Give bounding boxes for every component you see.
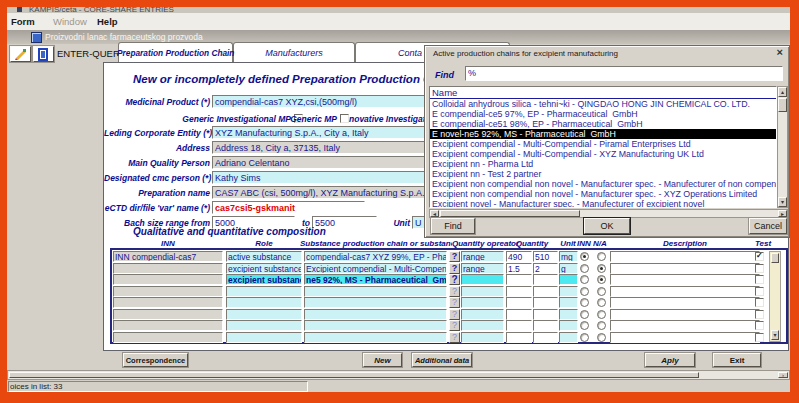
quantity-from-field[interactable] (506, 309, 532, 320)
quantity-from-field[interactable] (506, 286, 532, 297)
test-checkbox[interactable] (755, 275, 764, 284)
description-field[interactable] (610, 320, 760, 331)
na-radio[interactable] (597, 333, 606, 342)
quantity-from-field[interactable]: 490 (506, 251, 532, 262)
test-checkbox[interactable] (755, 252, 764, 261)
window-hscrollbar[interactable]: › (7, 370, 790, 380)
lov-button[interactable]: ? (449, 274, 460, 285)
inn-field[interactable] (113, 332, 223, 343)
substance-field[interactable]: Excipient compendial - Multi-Compendia (304, 263, 447, 274)
inn-field[interactable] (113, 309, 223, 320)
list-item[interactable]: Excipient nn - Test 2 partner (430, 169, 776, 179)
inn-radio[interactable] (580, 310, 589, 319)
unit-field[interactable]: g (559, 263, 578, 274)
list-item[interactable]: E compendial-ce51 98%, EP - Pharmaceutic… (430, 119, 776, 129)
quantity-from-field[interactable] (506, 297, 532, 308)
quantity-operator-field[interactable] (461, 274, 504, 285)
test-checkbox[interactable] (755, 287, 764, 296)
inn-field[interactable] (113, 286, 223, 297)
scroll-thumb[interactable] (9, 372, 699, 378)
menu-form[interactable]: Form (11, 16, 35, 27)
list-item[interactable]: E compendial-ce5 97%, EP - Pharmaceutica… (430, 109, 776, 119)
quantity-to-field[interactable] (533, 274, 558, 285)
quantity-from-field[interactable] (506, 332, 532, 343)
quantity-operator-field[interactable]: range (461, 263, 504, 274)
dialog-cancel-button[interactable]: Cancel (749, 218, 787, 234)
menu-window[interactable]: Window (53, 16, 87, 27)
left-arrow-icon[interactable]: ◂ (430, 210, 439, 217)
tab-manufacturers[interactable]: Manufacturers (233, 42, 355, 62)
unit-field[interactable] (559, 286, 578, 297)
ectd-var-name-field[interactable]: cas7csi5-gskmanit (212, 201, 365, 214)
quantity-to-field[interactable] (533, 320, 558, 331)
scroll-thumb[interactable] (771, 253, 779, 263)
correspondence-button[interactable]: Correspondence (123, 353, 188, 367)
apply-button[interactable]: Aply (645, 353, 695, 367)
description-field[interactable] (610, 309, 760, 320)
test-checkbox[interactable] (755, 321, 764, 330)
quantity-operator-field[interactable] (461, 297, 504, 308)
unit-field[interactable] (559, 274, 578, 285)
quantity-from-field[interactable]: 1.5 (506, 263, 532, 274)
na-radio[interactable] (597, 275, 606, 284)
quantity-operator-field[interactable] (461, 286, 504, 297)
unit-field[interactable] (559, 332, 578, 343)
unit-field[interactable] (559, 297, 578, 308)
description-field[interactable] (610, 286, 760, 297)
list-item[interactable]: Excipient non compendial non novel - Man… (430, 179, 776, 189)
lov-button[interactable]: ? (449, 286, 460, 297)
na-radio[interactable] (597, 310, 606, 319)
inn-radio[interactable] (580, 321, 589, 330)
list-item-selected[interactable]: E novel-ne5 92%, MS - Pharmaceutical Gmb… (430, 129, 776, 139)
exit-button[interactable]: Exit (713, 353, 761, 367)
dialog-ok-button[interactable]: OK (584, 218, 630, 234)
unit-field[interactable] (559, 309, 578, 320)
lov-button[interactable]: ? (449, 309, 460, 320)
down-arrow-icon[interactable]: ▾ (778, 197, 787, 207)
description-field[interactable] (610, 332, 760, 343)
na-radio[interactable] (597, 298, 606, 307)
record-scrollbar[interactable]: ▾ (769, 251, 781, 342)
role-field[interactable] (226, 297, 302, 308)
list-hscrollbar[interactable]: ◂ ▸ (429, 209, 788, 218)
quantity-to-field[interactable] (533, 332, 558, 343)
inn-field[interactable] (113, 297, 223, 308)
list-item[interactable]: Excipient non compendial non novel - Man… (430, 189, 776, 199)
tab-preparation-production-chain[interactable]: Preparation Production Chain (118, 42, 233, 62)
lov-button[interactable]: ? (449, 332, 460, 343)
role-field[interactable] (226, 320, 302, 331)
inn-field[interactable]: INN compendial-cas7 (113, 251, 223, 262)
quantity-to-field[interactable] (533, 297, 558, 308)
description-field[interactable] (610, 297, 760, 308)
scroll-thumb[interactable] (778, 98, 787, 112)
inn-field[interactable] (113, 274, 223, 285)
quantity-to-field[interactable] (533, 286, 558, 297)
list-item[interactable]: Excipient compendial - Multi-Compendial … (430, 139, 776, 149)
list-item[interactable]: Excipient novel - Manufacturer spec. - M… (430, 199, 776, 208)
test-checkbox[interactable] (755, 333, 764, 342)
quantity-operator-field[interactable] (461, 320, 504, 331)
list-item[interactable]: Excipient nn - Pharma Ltd (430, 159, 776, 169)
list-item[interactable]: Excipient compendial - Multi-Compendial … (430, 149, 776, 159)
inn-field[interactable] (113, 320, 223, 331)
quantity-to-field[interactable]: 2 (533, 263, 558, 274)
inn-radio[interactable] (580, 252, 589, 261)
dialog-close-button[interactable]: × (777, 46, 783, 58)
lov-button[interactable]: ? (449, 251, 460, 262)
description-field[interactable] (610, 274, 760, 285)
clear-form-button[interactable] (10, 46, 31, 62)
lov-button[interactable]: ? (449, 320, 460, 331)
quantity-to-field[interactable]: 510 (533, 251, 558, 262)
description-field[interactable] (610, 263, 760, 274)
role-field[interactable] (226, 332, 302, 343)
substance-field[interactable] (304, 332, 447, 343)
role-field[interactable] (226, 309, 302, 320)
scroll-thumb[interactable] (440, 210, 580, 217)
quantity-operator-field[interactable]: range (461, 251, 504, 262)
substance-field[interactable]: ne5 92%, MS - Pharmaceutical GmbH (304, 274, 447, 285)
exit-form-button[interactable] (33, 46, 54, 62)
down-arrow-icon[interactable]: ▾ (771, 330, 779, 340)
substance-field[interactable]: compendial-cas7 XYZ 99%, EP - Pharma (304, 251, 447, 262)
test-checkbox[interactable] (755, 264, 764, 273)
substance-field[interactable] (304, 320, 447, 331)
